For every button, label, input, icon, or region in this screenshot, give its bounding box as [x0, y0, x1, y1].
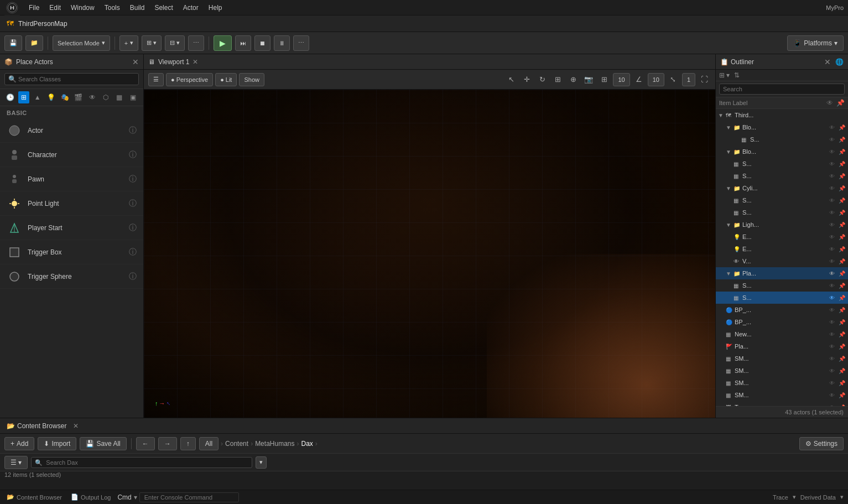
- derived-data-arrow[interactable]: ▾: [840, 493, 844, 501]
- eye-icon-18[interactable]: 👁: [828, 330, 836, 338]
- tree-item-16[interactable]: 🔵 BP_... 👁📌: [716, 304, 848, 316]
- pin-icon-22[interactable]: 📌: [838, 379, 846, 387]
- eye-icon-17[interactable]: 👁: [828, 318, 836, 326]
- actor-item-player-start[interactable]: Player Start ⓘ: [0, 216, 143, 240]
- rotate-mode-icon[interactable]: ↻: [535, 73, 549, 86]
- back-button[interactable]: ←: [136, 437, 155, 450]
- tree-item-20[interactable]: ▦ SM... 👁📌: [716, 352, 848, 365]
- select-mode-icon[interactable]: ↖: [504, 73, 518, 86]
- angle-value-button[interactable]: 10: [648, 73, 664, 86]
- tree-item-6[interactable]: ▼ 📁 Cyli... 👁📌: [716, 182, 848, 194]
- lit-button[interactable]: ● Lit: [215, 73, 237, 86]
- breadcrumb-content[interactable]: Content: [225, 440, 248, 448]
- eye-icon-8[interactable]: 👁: [828, 209, 836, 216]
- pin-icon-3[interactable]: 📌: [838, 148, 846, 155]
- grid-button[interactable]: ⊟ ▾: [165, 35, 185, 51]
- tree-item-9[interactable]: ▼ 📁 Ligh... 👁📌: [716, 219, 848, 231]
- tree-item-8[interactable]: ▦ S... 👁📌: [716, 206, 848, 219]
- pause-button[interactable]: ⏸: [274, 35, 290, 51]
- eye-icon-20[interactable]: 👁: [828, 355, 836, 362]
- tree-item-23[interactable]: ▦ SM... 👁📌: [716, 389, 848, 401]
- tree-item-2[interactable]: ▦ S... 👁📌: [716, 133, 848, 146]
- content-filter-button[interactable]: ▾: [256, 456, 267, 469]
- import-button[interactable]: ⬇ Import: [38, 437, 76, 450]
- menu-tools[interactable]: Tools: [100, 3, 124, 13]
- tree-item-22[interactable]: ▦ SM... 👁📌: [716, 377, 848, 389]
- filter-volumes-tab[interactable]: ⬡: [100, 91, 112, 103]
- pin-icon-4[interactable]: 📌: [838, 160, 846, 168]
- pin-icon-20[interactable]: 📌: [838, 355, 846, 362]
- tree-item-21[interactable]: ▦ SM... 👁📌: [716, 365, 848, 377]
- actor-item-pawn[interactable]: Pawn ⓘ: [0, 167, 143, 191]
- selection-mode-button[interactable]: Selection Mode ▾: [53, 35, 110, 51]
- derived-data-label[interactable]: Derived Data: [800, 494, 836, 501]
- output-log-tab[interactable]: 📄 Output Log: [69, 493, 113, 501]
- eye-icon-11[interactable]: 👁: [828, 245, 836, 253]
- outliner-extra-tab[interactable]: 🌐: [835, 58, 844, 66]
- tree-item-11[interactable]: 💡 E... 👁📌: [716, 243, 848, 255]
- save-all-button[interactable]: 💾 Save All: [80, 437, 126, 450]
- actor-item-point-light[interactable]: Point Light ⓘ: [0, 191, 143, 216]
- tree-item-15[interactable]: ▦ S... 👁 📌: [716, 292, 848, 304]
- content-browser-tab[interactable]: 📂 Content Browser: [4, 422, 69, 430]
- breadcrumb-dax[interactable]: Dax: [301, 440, 313, 448]
- launch-options-button[interactable]: ⋯: [293, 35, 309, 51]
- grid-value-button[interactable]: 10: [613, 73, 630, 86]
- outliner-close[interactable]: ✕: [824, 58, 831, 66]
- settings-button[interactable]: ⚙ Settings: [799, 437, 844, 450]
- pin-icon-23[interactable]: 📌: [838, 391, 846, 399]
- filter-shapes-tab[interactable]: 🎭: [59, 91, 71, 103]
- eye-icon-21[interactable]: 👁: [828, 367, 836, 375]
- pin-icon-6[interactable]: 📌: [838, 184, 846, 192]
- more-button[interactable]: ⋯: [188, 35, 204, 51]
- pin-icon-5[interactable]: 📌: [838, 172, 846, 180]
- save-button[interactable]: 💾: [4, 35, 22, 51]
- pin-icon-8[interactable]: 📌: [838, 209, 846, 216]
- snap-button[interactable]: ⊞ ▾: [142, 35, 162, 51]
- add-button[interactable]: + Add: [4, 437, 34, 450]
- viewport-canvas[interactable]: ↑ → ↑: [144, 90, 715, 418]
- breadcrumb-metahumans[interactable]: MetaHumans: [255, 440, 294, 448]
- menu-build[interactable]: Build: [126, 3, 149, 13]
- menu-window[interactable]: Window: [66, 3, 99, 13]
- platforms-button[interactable]: 📱 Platforms ▾: [787, 35, 844, 51]
- actor-item-trigger-sphere[interactable]: Trigger Sphere ⓘ: [0, 264, 143, 289]
- eye-icon-10[interactable]: 👁: [828, 233, 836, 241]
- tree-item-0[interactable]: ▼ 🗺 Third...: [716, 109, 848, 121]
- eye-icon-12[interactable]: 👁: [828, 257, 836, 265]
- actor-info-character[interactable]: ⓘ: [129, 150, 137, 160]
- pin-icon-13[interactable]: 📌: [838, 269, 846, 277]
- tree-item-10[interactable]: 💡 E... 👁📌: [716, 231, 848, 243]
- pin-icon-17[interactable]: 📌: [838, 318, 846, 326]
- tree-item-19[interactable]: 🚩 Pla... 👁📌: [716, 340, 848, 352]
- actor-info-actor[interactable]: ⓘ: [129, 126, 137, 136]
- cmd-input[interactable]: [139, 492, 239, 502]
- pin-icon-12[interactable]: 📌: [838, 257, 846, 265]
- eye-icon-7[interactable]: 👁: [828, 196, 836, 204]
- search-classes-input[interactable]: [4, 73, 139, 85]
- eye-icon-6[interactable]: 👁: [828, 184, 836, 192]
- pin-icon-9[interactable]: 📌: [838, 221, 846, 228]
- menu-help[interactable]: Help: [204, 3, 227, 13]
- pin-icon-19[interactable]: 📌: [838, 342, 846, 350]
- tree-item-3[interactable]: ▼ 📁 Blo... 👁📌: [716, 146, 848, 158]
- filter-lights-tab[interactable]: 💡: [45, 91, 57, 103]
- eye-icon-19[interactable]: 👁: [828, 342, 836, 350]
- pin-icon-10[interactable]: 📌: [838, 233, 846, 241]
- eye-icon-9[interactable]: 👁: [828, 221, 836, 228]
- tree-item-12[interactable]: 👁 V... 👁📌: [716, 255, 848, 267]
- actor-item-trigger-box[interactable]: Trigger Box ⓘ: [0, 240, 143, 264]
- up-button[interactable]: ↑: [180, 437, 196, 450]
- menu-file[interactable]: File: [24, 3, 44, 13]
- source-control-button[interactable]: 📁: [25, 35, 43, 51]
- menu-select[interactable]: Select: [150, 3, 177, 13]
- tree-item-14[interactable]: ▦ S... 👁📌: [716, 279, 848, 292]
- pin-icon-18[interactable]: 📌: [838, 330, 846, 338]
- add-actor-button[interactable]: + ▾: [119, 35, 138, 51]
- pin-icon-2[interactable]: 📌: [838, 136, 846, 143]
- pin-icon-7[interactable]: 📌: [838, 196, 846, 204]
- filter-geometry-tab[interactable]: ▲: [32, 91, 43, 103]
- trace-label[interactable]: Trace: [773, 494, 788, 501]
- eye-icon-5[interactable]: 👁: [828, 172, 836, 180]
- eye-icon-2[interactable]: 👁: [828, 136, 836, 143]
